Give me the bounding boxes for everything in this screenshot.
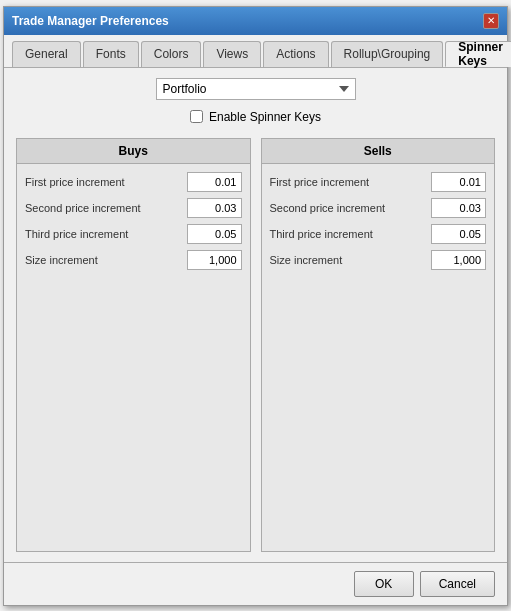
- sells-panel: Sells First price increment Second price…: [261, 138, 496, 552]
- sells-field-label-2: Second price increment: [270, 202, 428, 214]
- footer: OK Cancel: [4, 562, 507, 605]
- enable-spinner-keys-label: Enable Spinner Keys: [209, 110, 321, 124]
- buys-field-input-3[interactable]: [187, 224, 242, 244]
- close-button[interactable]: ✕: [483, 13, 499, 29]
- main-window: Trade Manager Preferences ✕ General Font…: [3, 6, 508, 606]
- buys-panel-body: First price increment Second price incre…: [17, 164, 250, 278]
- sells-field-input-4[interactable]: [431, 250, 486, 270]
- buys-field-input-4[interactable]: [187, 250, 242, 270]
- window-title: Trade Manager Preferences: [12, 14, 169, 28]
- buys-field-row-2: Second price increment: [25, 198, 242, 218]
- sells-field-input-3[interactable]: [431, 224, 486, 244]
- sells-field-input-2[interactable]: [431, 198, 486, 218]
- panels-row: Buys First price increment Second price …: [16, 138, 495, 552]
- sells-field-row-3: Third price increment: [270, 224, 487, 244]
- content-area: Portfolio Enable Spinner Keys Buys First…: [4, 68, 507, 562]
- ok-button[interactable]: OK: [354, 571, 414, 597]
- buys-panel: Buys First price increment Second price …: [16, 138, 251, 552]
- buys-panel-header: Buys: [17, 139, 250, 164]
- tabs-container: General Fonts Colors Views Actions Rollu…: [4, 35, 507, 68]
- buys-field-input-2[interactable]: [187, 198, 242, 218]
- tab-rollup-grouping[interactable]: Rollup\Grouping: [331, 41, 444, 67]
- buys-field-row-3: Third price increment: [25, 224, 242, 244]
- enable-spinner-keys-checkbox[interactable]: [190, 110, 203, 123]
- tab-fonts[interactable]: Fonts: [83, 41, 139, 67]
- sells-field-label-4: Size increment: [270, 254, 428, 266]
- sells-field-row-1: First price increment: [270, 172, 487, 192]
- tab-spinner-keys[interactable]: Spinner Keys: [445, 41, 511, 67]
- buys-field-input-1[interactable]: [187, 172, 242, 192]
- buys-field-row-4: Size increment: [25, 250, 242, 270]
- sells-panel-header: Sells: [262, 139, 495, 164]
- buys-field-row-1: First price increment: [25, 172, 242, 192]
- sells-field-label-3: Third price increment: [270, 228, 428, 240]
- cancel-button[interactable]: Cancel: [420, 571, 495, 597]
- dropdown-row: Portfolio: [16, 78, 495, 100]
- portfolio-dropdown[interactable]: Portfolio: [156, 78, 356, 100]
- sells-panel-body: First price increment Second price incre…: [262, 164, 495, 278]
- title-bar: Trade Manager Preferences ✕: [4, 7, 507, 35]
- tab-colors[interactable]: Colors: [141, 41, 202, 67]
- buys-field-label-2: Second price increment: [25, 202, 183, 214]
- sells-field-input-1[interactable]: [431, 172, 486, 192]
- checkbox-row: Enable Spinner Keys: [16, 110, 495, 124]
- tab-general[interactable]: General: [12, 41, 81, 67]
- sells-field-row-2: Second price increment: [270, 198, 487, 218]
- tab-views[interactable]: Views: [203, 41, 261, 67]
- buys-field-label-4: Size increment: [25, 254, 183, 266]
- buys-field-label-3: Third price increment: [25, 228, 183, 240]
- buys-field-label-1: First price increment: [25, 176, 183, 188]
- sells-field-label-1: First price increment: [270, 176, 428, 188]
- sells-field-row-4: Size increment: [270, 250, 487, 270]
- tab-actions[interactable]: Actions: [263, 41, 328, 67]
